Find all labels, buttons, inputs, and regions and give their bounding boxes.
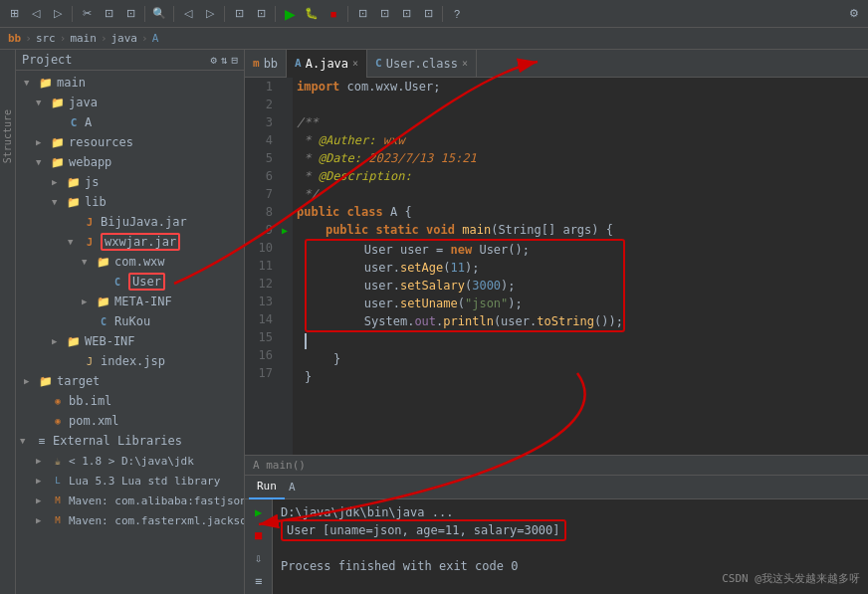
code-line-2 bbox=[297, 96, 864, 113]
toolbar-btn-help[interactable]: ? bbox=[447, 4, 467, 24]
sidebar-item-metainf[interactable]: ▶ 📁 META-INF bbox=[16, 292, 244, 311]
toolbar-btn-copy[interactable]: ⊡ bbox=[99, 4, 118, 24]
class-icon-A: C bbox=[66, 114, 82, 130]
toolbar-sep-1 bbox=[72, 6, 73, 22]
toolbar-btn-paste[interactable]: ⊡ bbox=[120, 4, 140, 24]
breadcrumb-main[interactable]: main bbox=[70, 32, 97, 45]
sidebar-item-wxwjar[interactable]: ▼ J wxwjar.jar bbox=[16, 232, 244, 252]
toolbar-btn-run[interactable]: ▶ bbox=[280, 4, 300, 24]
sidebar-item-resources[interactable]: ▶ 📁 resources bbox=[16, 132, 244, 152]
code-line-17: } bbox=[297, 368, 864, 386]
sidebar-item-fastjson[interactable]: ▶ M Maven: com.alibaba:fastjson:1.2.83 bbox=[16, 491, 244, 510]
run-play-btn[interactable]: ▶ bbox=[249, 503, 269, 522]
run-output-text-2: User [uname=json, age=11, salary=3000] bbox=[281, 519, 566, 541]
toolbar: ⊞ ◁ ▷ ✂ ⊡ ⊡ 🔍 ◁ ▷ ⊡ ⊡ ▶ 🐛 ■ ⊡ ⊡ ⊡ ⊡ ? ⚙ bbox=[0, 0, 868, 28]
sidebar-item-A[interactable]: C A bbox=[16, 112, 244, 132]
tab-Ajava[interactable]: A A.java × bbox=[287, 50, 367, 78]
sidebar-tree: ▼ 📁 main ▼ 📁 java C A ▶ bbox=[16, 71, 244, 594]
sidebar-item-webinf[interactable]: ▶ 📁 WEB-INF bbox=[16, 331, 244, 351]
project-sidebar: Project ⚙ ⇅ ⊟ ▼ 📁 main ▼ 📁 jav bbox=[16, 50, 245, 594]
code-content[interactable]: import com.wxw.User; /** * @Auther: wxw bbox=[293, 78, 868, 455]
arrow-jackson: ▶ bbox=[36, 515, 50, 525]
sidebar-item-bbiml[interactable]: ◉ bb.iml bbox=[16, 391, 244, 411]
toolbar-btn-prev[interactable]: ◁ bbox=[178, 4, 198, 24]
toolbar-btn-misc6[interactable]: ⊡ bbox=[418, 4, 438, 24]
toolbar-btn-forward[interactable]: ▷ bbox=[48, 4, 68, 24]
sidebar-item-pomxml[interactable]: ◉ pom.xml bbox=[16, 411, 244, 431]
toolbar-btn-settings[interactable]: ⚙ bbox=[844, 4, 864, 24]
breadcrumb-A[interactable]: A bbox=[152, 32, 159, 45]
code-line-5: * @Date: 2023/7/13 15:21 bbox=[297, 149, 864, 167]
toolbar-btn-debug[interactable]: 🐛 bbox=[302, 4, 322, 24]
breadcrumb-src[interactable]: src bbox=[36, 32, 56, 45]
sidebar-item-lua53[interactable]: ▶ L Lua 5.3 Lua std library bbox=[16, 471, 244, 491]
class-icon-rukou: C bbox=[96, 313, 111, 329]
gutter-14 bbox=[277, 310, 293, 328]
label-jdk18: < 1.8 > D:\java\jdk bbox=[69, 455, 194, 468]
code-line-16: } bbox=[297, 350, 864, 368]
toolbar-btn-cut[interactable]: ✂ bbox=[77, 4, 97, 24]
arrow-lua53: ▶ bbox=[36, 476, 50, 486]
folder-icon-target: 📁 bbox=[38, 373, 54, 389]
gutter-5 bbox=[277, 149, 293, 167]
sidebar-item-user[interactable]: C User bbox=[16, 272, 244, 292]
label-js: js bbox=[85, 175, 99, 189]
label-comwxw: com.wxw bbox=[114, 255, 165, 269]
label-bijujava: BijuJava.jar bbox=[101, 215, 187, 229]
toolbar-btn-back[interactable]: ◁ bbox=[26, 4, 46, 24]
line-num-17: 17 bbox=[249, 364, 273, 382]
sidebar-item-extlibs[interactable]: ▼ ≡ External Libraries bbox=[16, 431, 244, 451]
line-num-14: 14 bbox=[249, 310, 273, 328]
folder-icon-main: 📁 bbox=[38, 75, 54, 91]
run-output-text-4: Process finished with exit code 0 bbox=[281, 557, 518, 575]
breadcrumb-java[interactable]: java bbox=[111, 32, 138, 45]
sidebar-item-jackson[interactable]: ▶ M Maven: com.fasterxml.jackson.core:ja… bbox=[16, 510, 244, 530]
breadcrumb-bb[interactable]: bb bbox=[8, 32, 21, 45]
toolbar-btn-misc3[interactable]: ⊡ bbox=[352, 4, 372, 24]
toolbar-btn-find[interactable]: 🔍 bbox=[149, 4, 169, 24]
sidebar-item-webapp[interactable]: ▼ 📁 webapp bbox=[16, 152, 244, 172]
run-stop-btn[interactable]: ■ bbox=[249, 526, 269, 545]
run-arrow-9[interactable]: ▶ bbox=[282, 225, 288, 236]
toolbar-sep-3 bbox=[173, 6, 174, 22]
toolbar-btn-misc1[interactable]: ⊡ bbox=[229, 4, 249, 24]
sidebar-item-target[interactable]: ▶ 📁 target bbox=[16, 371, 244, 391]
sidebar-item-bijujava[interactable]: J BijuJava.jar bbox=[16, 212, 244, 232]
tab-userclass[interactable]: C User.class × bbox=[367, 50, 477, 78]
label-lua53: Lua 5.3 Lua std library bbox=[69, 475, 220, 488]
toolbar-btn-misc2[interactable]: ⊡ bbox=[251, 4, 271, 24]
sidebar-icon-gear[interactable]: ⚙ bbox=[210, 54, 217, 67]
tab-c-close[interactable]: × bbox=[462, 58, 468, 69]
code-line-12: user. setSalary ( 3000 ); bbox=[307, 277, 623, 295]
tab-a-close[interactable]: × bbox=[352, 58, 358, 69]
sidebar-item-rukou[interactable]: C RuKou bbox=[16, 311, 244, 331]
run-misc-btn[interactable]: ≡ bbox=[249, 571, 269, 590]
line-num-15: 15 bbox=[249, 328, 273, 346]
toolbar-btn-misc4[interactable]: ⊡ bbox=[374, 4, 394, 24]
sidebar-item-comwxw[interactable]: ▼ 📁 com.wxw bbox=[16, 252, 244, 272]
sidebar-item-lib[interactable]: ▼ 📁 lib bbox=[16, 192, 244, 212]
toolbar-btn-misc5[interactable]: ⊡ bbox=[396, 4, 416, 24]
label-main: main bbox=[57, 76, 86, 90]
sidebar-item-main[interactable]: ▼ 📁 main bbox=[16, 73, 244, 93]
sidebar-item-indexjsp[interactable]: J index.jsp bbox=[16, 351, 244, 371]
toolbar-btn-stop[interactable]: ■ bbox=[324, 4, 343, 24]
toolbar-btn-next[interactable]: ▷ bbox=[200, 4, 220, 24]
tab-bb[interactable]: m bb bbox=[245, 50, 287, 78]
tab-c-label: User.class bbox=[386, 57, 458, 71]
sidebar-item-js[interactable]: ▶ 📁 js bbox=[16, 172, 244, 192]
folder-icon-metainf: 📁 bbox=[96, 294, 111, 309]
folder-icon-resources: 📁 bbox=[50, 134, 66, 150]
sidebar-item-java[interactable]: ▼ 📁 java bbox=[16, 93, 244, 112]
code-line-1: import com.wxw.User; bbox=[297, 78, 864, 96]
label-indexjsp: index.jsp bbox=[101, 354, 165, 368]
tab-bb-icon: m bbox=[253, 57, 260, 70]
run-scroll-btn[interactable]: ⇩ bbox=[249, 549, 269, 568]
toolbar-btn-grid[interactable]: ⊞ bbox=[4, 4, 24, 24]
label-fastjson: Maven: com.alibaba:fastjson:1.2.83 bbox=[69, 495, 244, 507]
run-tab-run[interactable]: Run bbox=[249, 476, 285, 499]
sidebar-item-jdk18[interactable]: ▶ ☕ < 1.8 > D:\java\jdk bbox=[16, 451, 244, 471]
sidebar-icon-sort[interactable]: ⇅ bbox=[221, 54, 228, 67]
folder-icon-js: 📁 bbox=[66, 174, 82, 190]
sidebar-icon-collapse[interactable]: ⊟ bbox=[231, 54, 238, 67]
